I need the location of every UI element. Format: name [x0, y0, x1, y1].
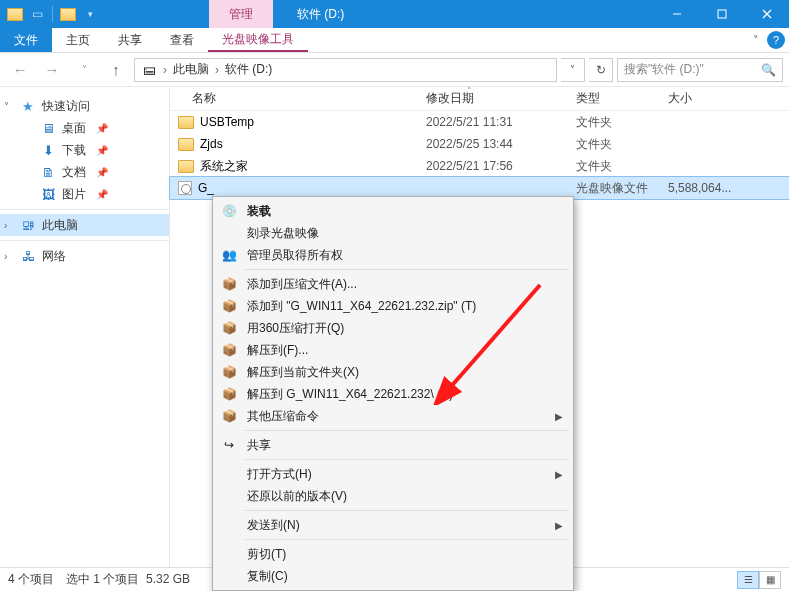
admin-icon: 👥 — [219, 246, 239, 264]
ctx-separator — [245, 539, 569, 540]
ctx-extract-here[interactable]: 📦解压到当前文件夹(X) — [215, 361, 571, 383]
archive-icon: 📦 — [219, 275, 239, 293]
nav-documents[interactable]: 🗎 文档 📌 — [0, 161, 169, 183]
properties-icon[interactable]: ▭ — [28, 5, 46, 23]
folder-icon — [178, 116, 194, 129]
help-icon[interactable]: ? — [767, 31, 785, 49]
nav-network[interactable]: › 🖧 网络 — [0, 245, 169, 267]
ctx-extract-named[interactable]: 📦解压到 G_WIN11_X64_22621.232\ (E) — [215, 383, 571, 405]
nav-forward-button: → — [38, 56, 66, 84]
file-row-folder[interactable]: Zjds 2022/5/25 13:44 文件夹 — [170, 133, 789, 155]
folder-icon — [178, 160, 194, 173]
address-row: ← → ˅ ↑ 🖴 › 此电脑 › 软件 (D:) ˅ ↻ 搜索"软件 (D:)… — [0, 53, 789, 87]
ctx-open-with[interactable]: 打开方式(H)▶ — [215, 463, 571, 485]
view-details-button[interactable]: ☰ — [737, 571, 759, 589]
tab-disc-image-tools[interactable]: 光盘映像工具 — [208, 28, 308, 52]
desktop-icon: 🖥 — [40, 120, 56, 136]
nav-up-button[interactable]: ↑ — [102, 56, 130, 84]
tab-view[interactable]: 查看 — [156, 28, 208, 52]
ctx-other-compress[interactable]: 📦其他压缩命令▶ — [215, 405, 571, 427]
ctx-extract-to[interactable]: 📦解压到(F)... — [215, 339, 571, 361]
pin-icon: 📌 — [96, 189, 108, 200]
nav-back-button[interactable]: ← — [6, 56, 34, 84]
ctx-add-archive[interactable]: 📦添加到压缩文件(A)... — [215, 273, 571, 295]
ctx-restore[interactable]: 还原以前的版本(V) — [215, 485, 571, 507]
contextual-tab-manage[interactable]: 管理 — [209, 0, 273, 28]
nav-desktop[interactable]: 🖥 桌面 📌 — [0, 117, 169, 139]
file-row-folder[interactable]: USBTemp 2022/5/21 11:31 文件夹 — [170, 111, 789, 133]
window-titlebar: ▭ ▾ 管理 软件 (D:) — [0, 0, 789, 28]
breadcrumb-this-pc[interactable]: 此电脑 — [173, 61, 209, 78]
ctx-add-zip[interactable]: 📦添加到 "G_WIN11_X64_22621.232.zip" (T) — [215, 295, 571, 317]
chevron-down-icon[interactable]: ˅ — [4, 101, 14, 112]
search-placeholder: 搜索"软件 (D:)" — [624, 61, 704, 78]
pin-icon: 📌 — [96, 123, 108, 134]
nav-recent-dropdown[interactable]: ˅ — [70, 56, 98, 84]
chevron-right-icon: ▶ — [555, 411, 563, 422]
network-icon: 🖧 — [20, 248, 36, 264]
ctx-cut[interactable]: 剪切(T) — [215, 543, 571, 565]
ctx-burn[interactable]: 刻录光盘映像 — [215, 222, 571, 244]
nav-label: 文档 — [62, 164, 86, 181]
this-pc-icon: 🖳 — [20, 217, 36, 233]
minimize-button[interactable] — [654, 0, 699, 28]
status-selection: 选中 1 个项目 5.32 GB — [66, 571, 190, 588]
ctx-mount[interactable]: 💿装载 — [215, 200, 571, 222]
nav-this-pc[interactable]: › 🖳 此电脑 — [0, 214, 169, 236]
star-icon: ★ — [20, 98, 36, 114]
breadcrumb-sep: › — [163, 63, 167, 77]
column-date[interactable]: 修改日期 — [418, 90, 568, 107]
column-headers: 名称 修改日期 类型 大小 — [170, 87, 789, 111]
search-input[interactable]: 搜索"软件 (D:)" 🔍 — [617, 58, 783, 82]
chevron-right-icon: ▶ — [555, 520, 563, 531]
ribbon-expand-icon[interactable]: ˅ — [753, 34, 759, 47]
ctx-open-360[interactable]: 📦用360压缩打开(Q) — [215, 317, 571, 339]
ribbon-tabs: 文件 主页 共享 查看 光盘映像工具 ˅ ? — [0, 28, 789, 53]
nav-downloads[interactable]: ⬇ 下载 📌 — [0, 139, 169, 161]
nav-quick-access[interactable]: ˅ ★ 快速访问 — [0, 95, 169, 117]
refresh-button[interactable]: ↻ — [589, 58, 613, 82]
maximize-button[interactable] — [699, 0, 744, 28]
archive-icon: 📦 — [219, 319, 239, 337]
download-icon: ⬇ — [40, 142, 56, 158]
qat-separator — [52, 6, 53, 22]
tab-file[interactable]: 文件 — [0, 28, 52, 52]
close-button[interactable] — [744, 0, 789, 28]
tab-share[interactable]: 共享 — [104, 28, 156, 52]
file-row-folder[interactable]: 系统之家 2022/5/21 17:56 文件夹 — [170, 155, 789, 177]
pin-icon: 📌 — [96, 167, 108, 178]
folder-icon — [178, 138, 194, 151]
ctx-separator — [245, 269, 569, 270]
disc-icon: 💿 — [219, 202, 239, 220]
ctx-admin[interactable]: 👥管理员取得所有权 — [215, 244, 571, 266]
pictures-icon: 🖼 — [40, 186, 56, 202]
archive-icon: 📦 — [219, 385, 239, 403]
chevron-right-icon[interactable]: › — [4, 220, 14, 231]
new-folder-icon[interactable] — [59, 5, 77, 23]
view-icons-button[interactable]: ▦ — [759, 571, 781, 589]
breadcrumb-sep: › — [215, 63, 219, 77]
column-size[interactable]: 大小 — [660, 90, 756, 107]
qat-dropdown-icon[interactable]: ▾ — [81, 5, 99, 23]
window-title: 软件 (D:) — [277, 0, 364, 28]
ctx-separator — [245, 459, 569, 460]
ctx-send-to[interactable]: 发送到(N)▶ — [215, 514, 571, 536]
column-type[interactable]: 类型 — [568, 90, 660, 107]
chevron-right-icon[interactable]: › — [4, 251, 14, 262]
context-menu: 💿装载 刻录光盘映像 👥管理员取得所有权 📦添加到压缩文件(A)... 📦添加到… — [212, 196, 574, 591]
address-dropdown-button[interactable]: ˅ — [561, 58, 585, 82]
ctx-separator — [245, 510, 569, 511]
nav-pictures[interactable]: 🖼 图片 📌 — [0, 183, 169, 205]
tab-home[interactable]: 主页 — [52, 28, 104, 52]
column-name[interactable]: 名称 — [170, 90, 418, 107]
view-mode-toggle: ☰ ▦ — [737, 571, 781, 589]
address-bar[interactable]: 🖴 › 此电脑 › 软件 (D:) — [134, 58, 557, 82]
ctx-copy[interactable]: 复制(C) — [215, 565, 571, 587]
pin-icon: 📌 — [96, 145, 108, 156]
ctx-share[interactable]: ↪共享 — [215, 434, 571, 456]
breadcrumb-drive[interactable]: 软件 (D:) — [225, 61, 272, 78]
archive-icon: 📦 — [219, 407, 239, 425]
chevron-right-icon: ▶ — [555, 469, 563, 480]
archive-icon: 📦 — [219, 341, 239, 359]
archive-icon: 📦 — [219, 363, 239, 381]
